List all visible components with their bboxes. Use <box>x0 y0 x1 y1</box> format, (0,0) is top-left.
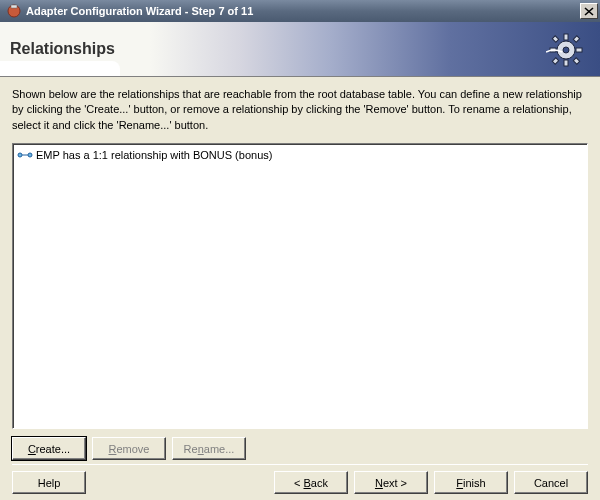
svg-rect-10 <box>573 58 579 64</box>
remove-button[interactable]: Remove <box>92 437 166 460</box>
rename-button[interactable]: Rename... <box>172 437 246 460</box>
relationships-tree[interactable]: EMP has a 1:1 relationship with BONUS (b… <box>12 143 588 429</box>
tree-item-label: EMP has a 1:1 relationship with BONUS (b… <box>36 149 272 161</box>
create-button[interactable]: Create... <box>12 437 86 460</box>
close-button[interactable] <box>580 3 598 19</box>
cancel-button[interactable]: Cancel <box>514 471 588 494</box>
tree-item[interactable]: EMP has a 1:1 relationship with BONUS (b… <box>17 148 583 162</box>
svg-rect-4 <box>564 60 568 66</box>
next-button[interactable]: Next > <box>354 471 428 494</box>
gear-icon <box>546 30 586 70</box>
nav-spacer <box>92 471 268 494</box>
titlebar: Adapter Configuration Wizard - Step 7 of… <box>0 0 600 22</box>
svg-rect-6 <box>576 48 582 52</box>
finish-button[interactable]: Finish <box>434 471 508 494</box>
action-button-row: Create... Remove Rename... <box>12 437 588 460</box>
svg-point-12 <box>18 153 22 157</box>
nav-button-row: Help < Back Next > Finish Cancel <box>12 464 588 494</box>
svg-point-11 <box>563 47 569 53</box>
window-title: Adapter Configuration Wizard - Step 7 of… <box>26 5 580 17</box>
wizard-content: Shown below are the relationships that a… <box>0 77 600 500</box>
svg-point-14 <box>28 153 32 157</box>
page-title: Relationships <box>10 40 115 58</box>
svg-rect-7 <box>552 36 558 42</box>
app-icon <box>6 3 22 19</box>
back-button[interactable]: < Back <box>274 471 348 494</box>
svg-rect-9 <box>552 58 558 64</box>
help-button[interactable]: Help <box>12 471 86 494</box>
description-text: Shown below are the relationships that a… <box>12 87 588 133</box>
relationship-icon <box>17 150 33 160</box>
wizard-header: Relationships <box>0 22 600 77</box>
svg-rect-8 <box>573 36 579 42</box>
create-rest: reate... <box>36 443 70 455</box>
svg-rect-1 <box>11 5 17 8</box>
header-tab-bg <box>0 61 120 76</box>
svg-rect-3 <box>564 34 568 40</box>
